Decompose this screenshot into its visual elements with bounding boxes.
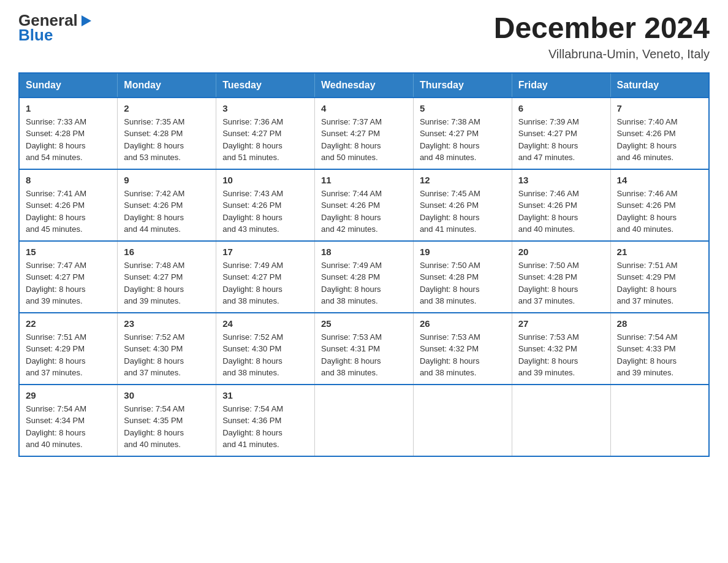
- col-thursday: Thursday: [413, 73, 512, 98]
- day-info: Sunrise: 7:36 AM Sunset: 4:27 PM Dayligh…: [222, 116, 308, 164]
- day-number: 25: [321, 318, 407, 329]
- day-number: 27: [518, 318, 604, 329]
- calendar-week-row: 29 Sunrise: 7:54 AM Sunset: 4:34 PM Dayl…: [19, 385, 709, 456]
- day-info: Sunrise: 7:44 AM Sunset: 4:26 PM Dayligh…: [321, 188, 407, 236]
- day-number: 1: [26, 103, 111, 113]
- table-row: 13 Sunrise: 7:46 AM Sunset: 4:26 PM Dayl…: [512, 169, 610, 241]
- day-info: Sunrise: 7:41 AM Sunset: 4:26 PM Dayligh…: [26, 188, 111, 236]
- day-number: 11: [321, 175, 407, 185]
- table-row: 22 Sunrise: 7:51 AM Sunset: 4:29 PM Dayl…: [19, 313, 118, 385]
- day-info: Sunrise: 7:53 AM Sunset: 4:32 PM Dayligh…: [420, 331, 506, 379]
- day-number: 13: [518, 175, 604, 185]
- calendar-table: Sunday Monday Tuesday Wednesday Thursday…: [18, 72, 710, 457]
- table-row: 4 Sunrise: 7:37 AM Sunset: 4:27 PM Dayli…: [315, 98, 414, 169]
- table-row: 29 Sunrise: 7:54 AM Sunset: 4:34 PM Dayl…: [19, 385, 118, 456]
- logo-arrow-icon: [79, 14, 93, 28]
- col-monday: Monday: [118, 73, 216, 98]
- day-number: 26: [420, 318, 506, 329]
- table-row: [610, 385, 709, 456]
- day-number: 7: [617, 103, 702, 113]
- day-number: 29: [26, 390, 111, 400]
- table-row: [413, 385, 512, 456]
- col-saturday: Saturday: [610, 73, 709, 98]
- col-wednesday: Wednesday: [315, 73, 414, 98]
- table-row: 11 Sunrise: 7:44 AM Sunset: 4:26 PM Dayl…: [315, 169, 414, 241]
- day-info: Sunrise: 7:39 AM Sunset: 4:27 PM Dayligh…: [518, 116, 604, 164]
- table-row: 15 Sunrise: 7:47 AM Sunset: 4:27 PM Dayl…: [19, 241, 118, 313]
- day-number: 31: [222, 390, 308, 400]
- table-row: 6 Sunrise: 7:39 AM Sunset: 4:27 PM Dayli…: [512, 98, 610, 169]
- calendar-week-row: 22 Sunrise: 7:51 AM Sunset: 4:29 PM Dayl…: [19, 313, 709, 385]
- calendar-week-row: 1 Sunrise: 7:33 AM Sunset: 4:28 PM Dayli…: [19, 98, 709, 169]
- day-info: Sunrise: 7:46 AM Sunset: 4:26 PM Dayligh…: [617, 188, 702, 236]
- table-row: 24 Sunrise: 7:52 AM Sunset: 4:30 PM Dayl…: [216, 313, 315, 385]
- col-friday: Friday: [512, 73, 610, 98]
- day-number: 14: [617, 175, 702, 185]
- day-info: Sunrise: 7:52 AM Sunset: 4:30 PM Dayligh…: [222, 331, 308, 379]
- day-info: Sunrise: 7:37 AM Sunset: 4:27 PM Dayligh…: [321, 116, 407, 164]
- table-row: 8 Sunrise: 7:41 AM Sunset: 4:26 PM Dayli…: [19, 169, 118, 241]
- table-row: 7 Sunrise: 7:40 AM Sunset: 4:26 PM Dayli…: [610, 98, 709, 169]
- day-number: 20: [518, 247, 604, 257]
- calendar-header-row: Sunday Monday Tuesday Wednesday Thursday…: [19, 73, 709, 98]
- table-row: 3 Sunrise: 7:36 AM Sunset: 4:27 PM Dayli…: [216, 98, 315, 169]
- day-info: Sunrise: 7:50 AM Sunset: 4:28 PM Dayligh…: [518, 259, 604, 307]
- day-info: Sunrise: 7:50 AM Sunset: 4:28 PM Dayligh…: [420, 259, 506, 307]
- table-row: 10 Sunrise: 7:43 AM Sunset: 4:26 PM Dayl…: [216, 169, 315, 241]
- day-number: 5: [420, 103, 506, 113]
- day-number: 23: [124, 318, 210, 329]
- day-info: Sunrise: 7:54 AM Sunset: 4:35 PM Dayligh…: [124, 403, 210, 451]
- day-number: 4: [321, 103, 407, 113]
- day-number: 12: [420, 175, 506, 185]
- day-number: 6: [518, 103, 604, 113]
- day-info: Sunrise: 7:48 AM Sunset: 4:27 PM Dayligh…: [124, 259, 210, 307]
- day-info: Sunrise: 7:43 AM Sunset: 4:26 PM Dayligh…: [222, 188, 308, 236]
- table-row: 25 Sunrise: 7:53 AM Sunset: 4:31 PM Dayl…: [315, 313, 414, 385]
- day-number: 22: [26, 318, 111, 329]
- day-info: Sunrise: 7:54 AM Sunset: 4:33 PM Dayligh…: [617, 331, 702, 379]
- day-info: Sunrise: 7:42 AM Sunset: 4:26 PM Dayligh…: [124, 188, 210, 236]
- table-row: 2 Sunrise: 7:35 AM Sunset: 4:28 PM Dayli…: [118, 98, 216, 169]
- day-number: 2: [124, 103, 210, 113]
- day-info: Sunrise: 7:49 AM Sunset: 4:28 PM Dayligh…: [321, 259, 407, 307]
- day-info: Sunrise: 7:33 AM Sunset: 4:28 PM Dayligh…: [26, 116, 111, 164]
- col-tuesday: Tuesday: [216, 73, 315, 98]
- svg-marker-0: [82, 15, 91, 26]
- day-info: Sunrise: 7:54 AM Sunset: 4:36 PM Dayligh…: [222, 403, 308, 451]
- table-row: 21 Sunrise: 7:51 AM Sunset: 4:29 PM Dayl…: [610, 241, 709, 313]
- day-info: Sunrise: 7:53 AM Sunset: 4:32 PM Dayligh…: [518, 331, 604, 379]
- header: General Blue December 2024 Villabruna-Um…: [18, 12, 710, 61]
- day-info: Sunrise: 7:46 AM Sunset: 4:26 PM Dayligh…: [518, 188, 604, 236]
- day-info: Sunrise: 7:40 AM Sunset: 4:26 PM Dayligh…: [617, 116, 702, 164]
- table-row: 26 Sunrise: 7:53 AM Sunset: 4:32 PM Dayl…: [413, 313, 512, 385]
- day-number: 16: [124, 247, 210, 257]
- table-row: 17 Sunrise: 7:49 AM Sunset: 4:27 PM Dayl…: [216, 241, 315, 313]
- day-number: 9: [124, 175, 210, 185]
- day-number: 21: [617, 247, 702, 257]
- day-info: Sunrise: 7:38 AM Sunset: 4:27 PM Dayligh…: [420, 116, 506, 164]
- logo: General Blue: [18, 12, 93, 45]
- calendar-week-row: 8 Sunrise: 7:41 AM Sunset: 4:26 PM Dayli…: [19, 169, 709, 241]
- table-row: 12 Sunrise: 7:45 AM Sunset: 4:26 PM Dayl…: [413, 169, 512, 241]
- day-number: 3: [222, 103, 308, 113]
- day-number: 8: [26, 175, 111, 185]
- table-row: 31 Sunrise: 7:54 AM Sunset: 4:36 PM Dayl…: [216, 385, 315, 456]
- day-info: Sunrise: 7:53 AM Sunset: 4:31 PM Dayligh…: [321, 331, 407, 379]
- day-info: Sunrise: 7:45 AM Sunset: 4:26 PM Dayligh…: [420, 188, 506, 236]
- table-row: 19 Sunrise: 7:50 AM Sunset: 4:28 PM Dayl…: [413, 241, 512, 313]
- table-row: 20 Sunrise: 7:50 AM Sunset: 4:28 PM Dayl…: [512, 241, 610, 313]
- table-row: 30 Sunrise: 7:54 AM Sunset: 4:35 PM Dayl…: [118, 385, 216, 456]
- table-row: 14 Sunrise: 7:46 AM Sunset: 4:26 PM Dayl…: [610, 169, 709, 241]
- day-number: 15: [26, 247, 111, 257]
- day-number: 24: [222, 318, 308, 329]
- table-row: 16 Sunrise: 7:48 AM Sunset: 4:27 PM Dayl…: [118, 241, 216, 313]
- day-info: Sunrise: 7:49 AM Sunset: 4:27 PM Dayligh…: [222, 259, 308, 307]
- day-number: 19: [420, 247, 506, 257]
- table-row: 1 Sunrise: 7:33 AM Sunset: 4:28 PM Dayli…: [19, 98, 118, 169]
- day-number: 10: [222, 175, 308, 185]
- table-row: 27 Sunrise: 7:53 AM Sunset: 4:32 PM Dayl…: [512, 313, 610, 385]
- day-info: Sunrise: 7:51 AM Sunset: 4:29 PM Dayligh…: [26, 331, 111, 379]
- calendar-week-row: 15 Sunrise: 7:47 AM Sunset: 4:27 PM Dayl…: [19, 241, 709, 313]
- calendar-title: December 2024: [494, 12, 710, 45]
- day-info: Sunrise: 7:47 AM Sunset: 4:27 PM Dayligh…: [26, 259, 111, 307]
